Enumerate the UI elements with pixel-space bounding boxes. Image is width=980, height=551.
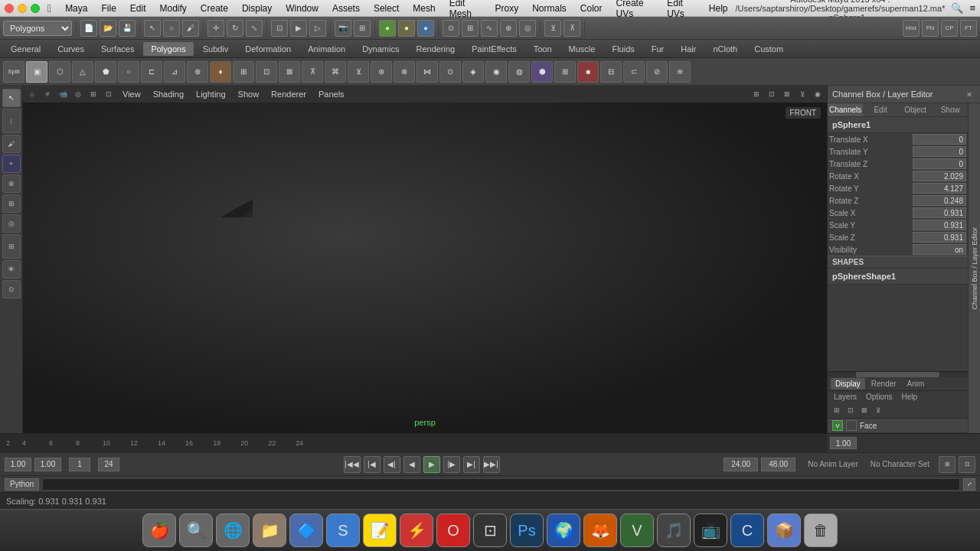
shelf-icon-16[interactable]: ⊛	[371, 61, 392, 83]
layer-icon1[interactable]: ⊞	[831, 404, 843, 416]
dock-finder[interactable]: 🍎	[142, 514, 176, 547]
timeline-track[interactable]: 2 4 6 8 10 12 14 16 18 20 22 24	[0, 434, 827, 452]
layer-icon3[interactable]: ⊠	[858, 404, 871, 416]
module-toon[interactable]: Toon	[526, 42, 560, 56]
cb-value-visibility[interactable]	[913, 244, 966, 255]
shelf-icon-10[interactable]: ⊞	[233, 61, 254, 83]
dock-firefox[interactable]: 🦊	[583, 514, 617, 547]
cp-icon[interactable]: CP	[941, 20, 958, 37]
maximize-button[interactable]	[31, 4, 40, 13]
layer-opt-layers[interactable]: Layers	[831, 392, 860, 402]
viewport-icon[interactable]: ⊞	[354, 20, 371, 37]
vp-cam-icon[interactable]: 📹	[57, 88, 69, 100]
viewport[interactable]: ⌂ # 📹 ◎ ⊞ ⊡ View Shading Lighting Show R…	[23, 86, 827, 433]
vp-tool-icon2[interactable]: ⊡	[766, 88, 778, 100]
3d-scene[interactable]: 人人素材社区 人人素材社区 人人素材社区 人人素材社区 X Y Z	[23, 103, 253, 217]
sphere-green-icon[interactable]: ●	[379, 20, 396, 37]
vp-snap-icon[interactable]: ⊡	[103, 88, 115, 100]
layer-icon4[interactable]: ⊻	[872, 404, 884, 416]
apple-icon[interactable]: 	[47, 2, 51, 15]
shelf-icon-4[interactable]: ⬟	[95, 61, 116, 83]
dock-cinema4d[interactable]: C	[730, 514, 764, 547]
hist-icon[interactable]: Hist	[903, 20, 920, 37]
pb-play-icon[interactable]: ▶	[423, 456, 440, 473]
menu-display[interactable]: Display	[236, 2, 278, 15]
module-curves[interactable]: Curves	[50, 42, 92, 56]
shelf-icon-8[interactable]: ⊕	[187, 61, 208, 83]
layer-icon2[interactable]: ⊡	[844, 404, 857, 416]
module-fur[interactable]: Fur	[644, 42, 672, 56]
dock-finder2[interactable]: 📦	[767, 514, 801, 547]
module-custom[interactable]: Custom	[746, 42, 791, 56]
menu-mesh[interactable]: Mesh	[407, 2, 441, 15]
cb-value-scale-x[interactable]	[913, 207, 966, 218]
cb-tab-channels[interactable]: Channels	[828, 103, 863, 116]
history-icon[interactable]: ⊡	[271, 20, 288, 37]
output-ops-icon[interactable]: ⊼	[564, 20, 580, 37]
shelf-icon-14[interactable]: ⌘	[325, 61, 346, 83]
move-mode-icon[interactable]: +	[2, 155, 21, 173]
vp-menu-lighting[interactable]: Lighting	[191, 89, 230, 99]
lasso-icon[interactable]: ○	[163, 20, 180, 37]
select-tool-icon[interactable]: ↖	[144, 20, 161, 37]
sphere-yellow-icon[interactable]: ●	[398, 20, 415, 37]
pb-end-field[interactable]	[724, 458, 758, 471]
dock-browser1[interactable]: 🌐	[216, 514, 250, 547]
vp-menu-renderer[interactable]: Renderer	[266, 89, 311, 99]
paint-icon[interactable]: 🖌	[2, 135, 21, 153]
shelf-icon-17[interactable]: ⊗	[394, 61, 415, 83]
dock-vuze[interactable]: V	[620, 514, 654, 547]
move-icon[interactable]: ✛	[207, 20, 224, 37]
module-polygons[interactable]: Polygons	[143, 42, 193, 56]
pb-current-field[interactable]	[34, 458, 61, 471]
vp-menu-panels[interactable]: Panels	[314, 89, 349, 99]
pb-start-field[interactable]	[5, 458, 31, 471]
module-painteffects[interactable]: PaintEffects	[464, 42, 524, 56]
shelf-icon-27[interactable]: ⊂	[623, 61, 645, 83]
dock-unity[interactable]: ⊡	[473, 514, 507, 547]
vp-menu-view[interactable]: View	[118, 89, 145, 99]
shelf-icon-28[interactable]: ⊘	[646, 61, 668, 83]
cb-close-icon[interactable]: ✕	[963, 88, 975, 100]
shelf-icon-22[interactable]: ◍	[508, 61, 530, 83]
shelf-icon-3[interactable]: △	[72, 61, 93, 83]
shelf-icon-12[interactable]: ⊠	[279, 61, 300, 83]
search-icon[interactable]: 🔍	[951, 2, 963, 14]
module-rendering[interactable]: Rendering	[408, 42, 462, 56]
shelf-icon-29[interactable]: ≋	[669, 61, 691, 83]
python-input[interactable]	[42, 478, 960, 491]
cb-tab-object[interactable]: Object	[898, 103, 933, 116]
module-dynamics[interactable]: Dynamics	[354, 42, 407, 56]
rotate-icon[interactable]: ↻	[227, 20, 243, 37]
pb-reverse-play-icon[interactable]: ◀	[403, 456, 420, 473]
new-scene-icon[interactable]: 📄	[80, 20, 97, 37]
shelf-split[interactable]: Split	[3, 61, 24, 83]
dock-notes[interactable]: 📝	[363, 514, 397, 547]
cb-value-rotate-z[interactable]	[913, 195, 966, 206]
pb-fps-field[interactable]	[761, 458, 795, 471]
dock-blue-icon[interactable]: 🔷	[289, 514, 323, 547]
shelf-icon-18[interactable]: ⋈	[416, 61, 438, 83]
menu-modify[interactable]: Modify	[154, 2, 193, 15]
module-muscle[interactable]: Muscle	[561, 42, 603, 56]
attribute-editor-tab[interactable]: Channel Box / Layer Editor	[968, 103, 980, 433]
shelf-icon-9[interactable]: ♦	[210, 61, 231, 83]
module-ncloth[interactable]: nCloth	[705, 42, 745, 56]
minimize-button[interactable]	[18, 4, 27, 13]
shelf-icon-20[interactable]: ◈	[462, 61, 484, 83]
cb-tab-show[interactable]: Show	[933, 103, 968, 116]
cb-tab-display[interactable]: Display	[831, 378, 865, 390]
cb-value-rotate-y[interactable]	[913, 183, 966, 194]
menu-window[interactable]: Window	[279, 2, 325, 15]
menu-file[interactable]: File	[95, 2, 122, 15]
pb-skip-end-icon[interactable]: ▶▶|	[483, 456, 500, 473]
paint-select-icon[interactable]: 🖌	[182, 20, 199, 37]
shelf-icon-6[interactable]: ⊏	[141, 61, 162, 83]
module-deformation[interactable]: Deformation	[237, 42, 299, 56]
vp-tool-icon4[interactable]: ⊻	[796, 88, 808, 100]
cb-value-translate-z[interactable]	[913, 158, 966, 169]
module-subdiv[interactable]: Subdiv	[195, 42, 237, 56]
dock-ps[interactable]: Ps	[510, 514, 544, 547]
dock-filezilla[interactable]: ⚡	[400, 514, 433, 547]
shelf-icon-2[interactable]: ⬡	[49, 61, 70, 83]
